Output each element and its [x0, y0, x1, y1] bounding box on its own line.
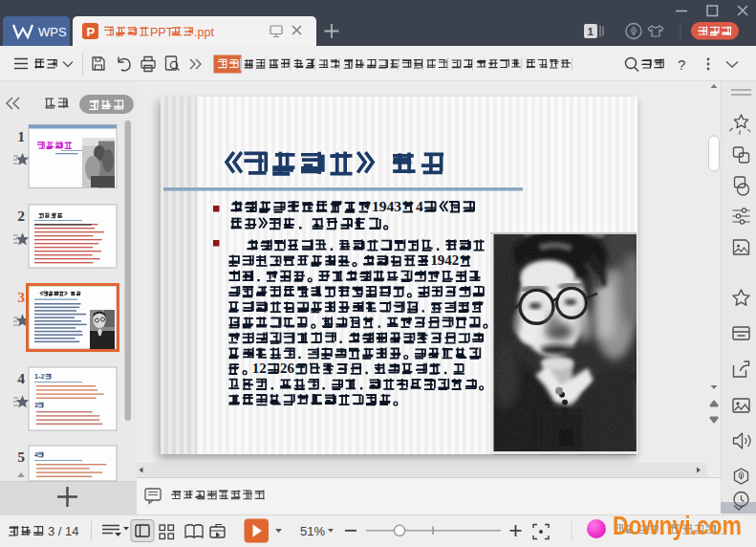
svg-text:1: 1 — [588, 26, 594, 37]
svg-text:3: 3 — [34, 402, 38, 408]
svg-text:4: 4 — [34, 451, 38, 458]
svg-text:12: 12 — [252, 361, 267, 376]
svg-text:.ppt: .ppt — [194, 26, 214, 39]
svg-text:WPS: WPS — [38, 25, 67, 39]
svg-text:1942: 1942 — [430, 252, 459, 268]
svg-text:1: 1 — [17, 128, 25, 144]
svg-text:1-2: 1-2 — [34, 372, 45, 381]
svg-text:51%: 51% — [300, 524, 325, 538]
svg-text:1943: 1943 — [372, 198, 401, 214]
svg-text:P: P — [87, 25, 96, 39]
svg-text:3 / 14: 3 / 14 — [48, 524, 79, 538]
svg-text:4: 4 — [416, 198, 423, 214]
svg-text:4: 4 — [17, 370, 25, 386]
svg-text:26: 26 — [280, 361, 294, 376]
svg-text:?: ? — [678, 56, 685, 73]
svg-text:PPT: PPT — [150, 26, 174, 39]
svg-text:Downyi.com: Downyi.com — [613, 511, 742, 540]
svg-text:3: 3 — [17, 289, 25, 305]
svg-text:5: 5 — [17, 449, 25, 465]
svg-text:2: 2 — [17, 208, 25, 224]
